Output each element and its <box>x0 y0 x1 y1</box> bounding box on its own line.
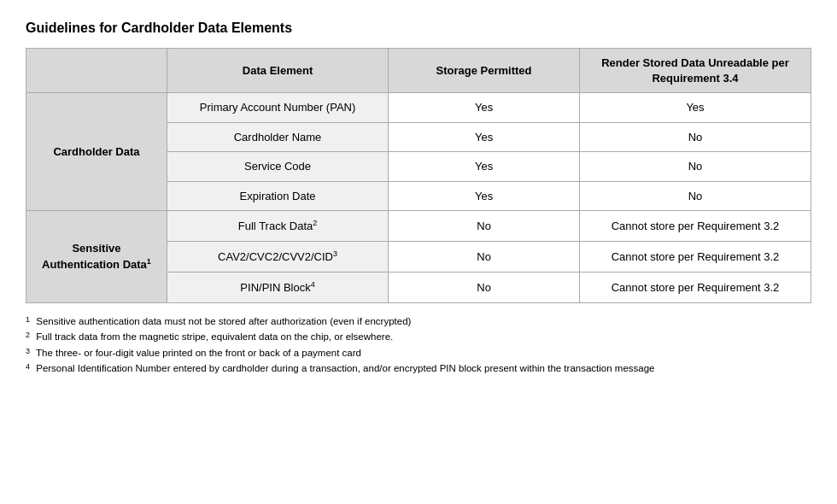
header-category <box>26 49 167 93</box>
footnote-item: 1 Sensitive authentication data must not… <box>26 314 811 329</box>
data-element-cell: Service Code <box>167 152 388 182</box>
category-cell: Sensitive Authentication Data1 <box>26 211 167 303</box>
render-value: Cannot store per Requirement 3.2 <box>579 211 811 242</box>
footnote-item: 3 The three- or four-digit value printed… <box>26 345 811 360</box>
render-value: No <box>579 122 811 152</box>
render-value: No <box>579 181 811 211</box>
data-element-cell: CAV2/CVC2/CVV2/CID3 <box>167 242 388 273</box>
render-value: Yes <box>579 93 811 123</box>
data-element-cell: Expiration Date <box>167 181 388 211</box>
render-value: Cannot store per Requirement 3.2 <box>579 273 811 303</box>
storage-value: Yes <box>389 93 580 123</box>
storage-value: No <box>389 211 580 242</box>
footnote-item: 4 Personal Identification Number entered… <box>26 360 811 376</box>
header-render-stored: Render Stored Data Unreadable per Requir… <box>579 49 811 93</box>
storage-value: Yes <box>389 122 580 152</box>
data-element-cell: PIN/PIN Block4 <box>167 273 388 303</box>
category-cell: Cardholder Data <box>26 93 167 211</box>
cardholder-data-table: Data Element Storage Permitted Render St… <box>26 48 811 303</box>
page-title: Guidelines for Cardholder Data Elements <box>26 21 811 36</box>
data-element-cell: Cardholder Name <box>167 122 388 152</box>
render-value: No <box>579 152 811 182</box>
storage-value: Yes <box>389 181 580 211</box>
footnotes-section: 1 Sensitive authentication data must not… <box>26 314 811 377</box>
render-value: Cannot store per Requirement 3.2 <box>579 242 811 273</box>
footnote-item: 2 Full track data from the magnetic stri… <box>26 329 811 344</box>
header-storage-permitted: Storage Permitted <box>389 49 580 93</box>
header-data-element: Data Element <box>167 49 388 93</box>
storage-value: No <box>389 242 580 273</box>
storage-value: Yes <box>389 152 580 182</box>
data-element-cell: Full Track Data2 <box>167 211 388 242</box>
storage-value: No <box>389 273 580 303</box>
data-element-cell: Primary Account Number (PAN) <box>167 93 388 123</box>
